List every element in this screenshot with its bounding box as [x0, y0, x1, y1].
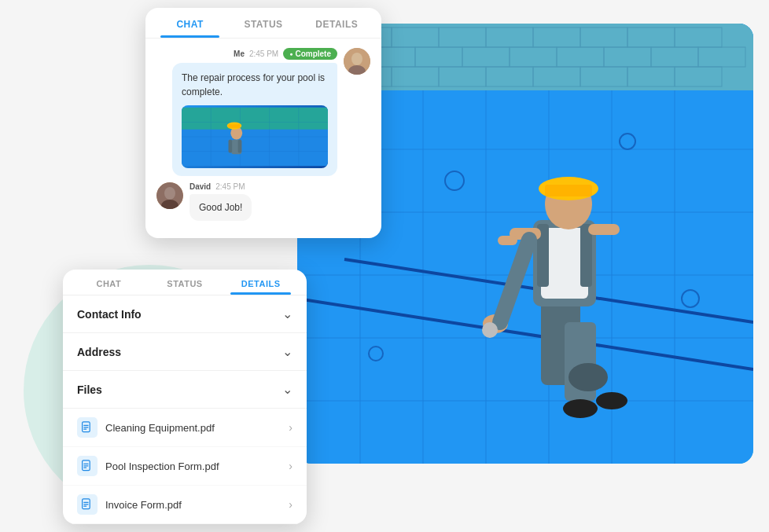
files-label: Files	[77, 383, 102, 396]
tab-status[interactable]: STATUS	[226, 8, 300, 38]
svg-rect-86	[83, 422, 90, 432]
chat-meta-right: Me 2:45 PM Complete	[172, 48, 337, 60]
svg-rect-97	[83, 506, 86, 507]
svg-rect-88	[83, 427, 88, 427]
details-body: Contact Info ⌄ Address ⌄ Files ⌄	[63, 295, 307, 524]
svg-rect-76	[229, 140, 233, 153]
chat-message-right: Me 2:45 PM Complete The repair process f…	[156, 48, 370, 176]
details-tab-details[interactable]: DETAILS	[223, 270, 299, 295]
file-item-1[interactable]: Cleaning Equipment.pdf ›	[63, 409, 307, 447]
contact-info-label: Contact Info	[77, 308, 142, 321]
file-item-left-2: Pool Inspection Form.pdf	[77, 456, 219, 476]
file-name-3: Invoice Form.pdf	[105, 499, 182, 511]
file-item-left-3: Invoice Form.pdf	[77, 494, 182, 515]
left-message-text: Good Job!	[199, 202, 242, 213]
chevron-down-icon-2: ⌄	[282, 344, 293, 359]
phone-chat-card: CHAT STATUS DETAILS Me 2:45 PM Complete …	[145, 8, 381, 238]
address-label: Address	[77, 346, 121, 358]
file-item-left-1: Cleaning Equipment.pdf	[77, 417, 215, 438]
phone-tab-bar: CHAT STATUS DETAILS	[145, 8, 381, 39]
svg-rect-96	[83, 504, 88, 504]
svg-rect-90	[83, 460, 90, 471]
left-bubble-wrap: David 2:45 PM Good Job!	[189, 182, 252, 221]
details-card: CHAT STATUS DETAILS Contact Info ⌄ Addre…	[63, 270, 307, 524]
left-sender: David	[189, 182, 211, 191]
chevron-right-icon-3: ›	[289, 498, 293, 511]
svg-point-62	[568, 363, 608, 391]
chevron-right-icon-2: ›	[289, 460, 293, 472]
section-address[interactable]: Address ⌄	[63, 333, 307, 371]
svg-point-84	[164, 187, 175, 200]
left-bubble: Good Job!	[189, 194, 252, 221]
file-item-3[interactable]: Invoice Form.pdf ›	[63, 486, 307, 524]
doc-icon-1	[77, 417, 98, 438]
right-bubble-wrap: Me 2:45 PM Complete The repair process f…	[172, 48, 337, 176]
chevron-down-icon-3: ⌄	[282, 382, 293, 397]
chevron-down-icon: ⌄	[282, 306, 293, 321]
section-files[interactable]: Files ⌄	[63, 371, 307, 409]
svg-rect-79	[229, 124, 241, 128]
avatar-david	[156, 182, 183, 209]
svg-point-63	[563, 399, 598, 418]
details-tab-chat[interactable]: CHAT	[71, 270, 147, 295]
svg-point-60	[482, 322, 498, 338]
svg-rect-87	[83, 425, 88, 426]
svg-rect-57	[498, 236, 517, 245]
right-time: 2:45 PM	[249, 50, 278, 58]
chat-meta-left: David 2:45 PM	[189, 182, 252, 191]
doc-icon-3	[77, 494, 98, 515]
svg-rect-94	[83, 499, 90, 509]
avatar-me	[344, 48, 370, 75]
details-tab-status[interactable]: STATUS	[147, 270, 223, 295]
svg-rect-91	[83, 464, 88, 464]
file-name-2: Pool Inspection Form.pdf	[105, 460, 219, 472]
file-item-2[interactable]: Pool Inspection Form.pdf ›	[63, 447, 307, 486]
left-time: 2:45 PM	[215, 182, 245, 191]
svg-rect-89	[83, 429, 86, 430]
details-tab-bar: CHAT STATUS DETAILS	[63, 270, 307, 295]
status-badge: Complete	[283, 48, 337, 60]
right-message-text: The repair process for your pool is comp…	[182, 72, 325, 97]
chat-body: Me 2:45 PM Complete The repair process f…	[145, 39, 381, 230]
doc-icon-2	[77, 456, 98, 476]
svg-rect-55	[545, 185, 592, 196]
svg-rect-92	[83, 465, 88, 466]
svg-rect-61	[588, 224, 620, 235]
chevron-right-icon-1: ›	[289, 421, 293, 434]
svg-point-64	[596, 392, 627, 409]
chat-message-left: David 2:45 PM Good Job!	[156, 182, 370, 221]
right-sender: Me	[234, 50, 245, 58]
svg-rect-66	[182, 108, 328, 130]
file-name-1: Cleaning Equipment.pdf	[105, 422, 215, 434]
svg-rect-95	[83, 502, 88, 503]
svg-point-81	[351, 53, 362, 65]
right-bubble: The repair process for your pool is comp…	[172, 63, 337, 176]
svg-rect-77	[238, 140, 242, 153]
section-contact-info[interactable]: Contact Info ⌄	[63, 295, 307, 333]
tab-chat[interactable]: CHAT	[153, 8, 226, 38]
pool-thumb-image	[182, 105, 328, 168]
tab-details[interactable]: DETAILS	[300, 8, 373, 38]
svg-rect-93	[83, 468, 86, 468]
